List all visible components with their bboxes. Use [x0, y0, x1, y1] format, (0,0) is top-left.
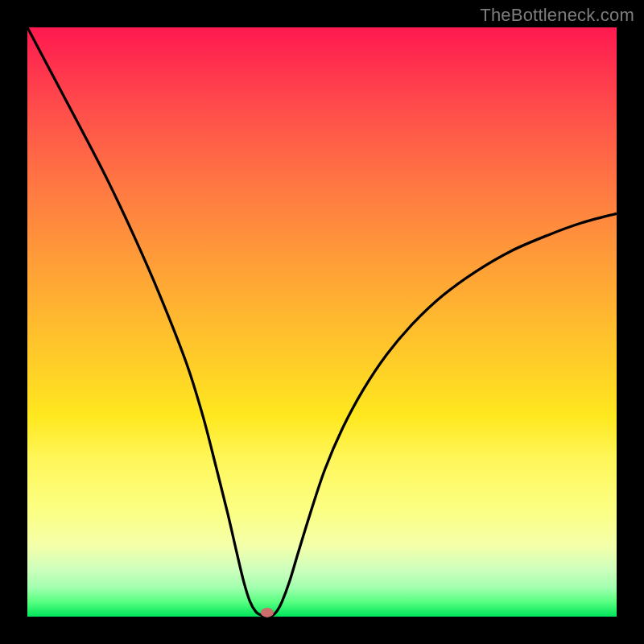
bottleneck-curve [27, 27, 617, 617]
chart-svg [27, 27, 617, 617]
optimal-point-marker [261, 608, 274, 617]
watermark-text: TheBottleneck.com [480, 5, 634, 26]
